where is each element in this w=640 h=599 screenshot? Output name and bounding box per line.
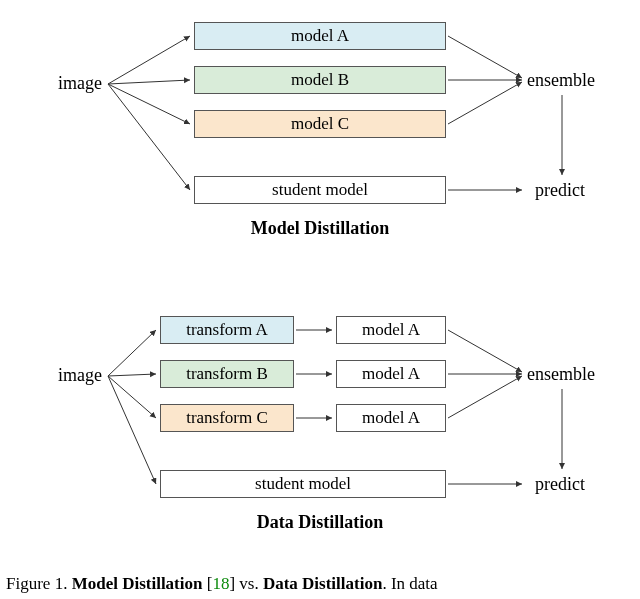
model-distillation-diagram: image model A model B model C student mo…: [0, 0, 640, 260]
ensemble-label: ensemble: [527, 70, 595, 91]
svg-line-16: [448, 330, 522, 372]
model-c-text: model C: [291, 114, 349, 134]
model-a2-text: model A: [362, 364, 420, 384]
svg-line-9: [108, 330, 156, 376]
caption-b1: Model Distillation: [72, 574, 203, 593]
svg-line-3: [108, 84, 190, 190]
transform-c-box: transform C: [160, 404, 294, 432]
model-a2-box: model A: [336, 360, 446, 388]
svg-line-12: [108, 376, 156, 484]
caption-pre: Figure 1.: [6, 574, 72, 593]
image-label: image: [58, 365, 102, 386]
transform-c-text: transform C: [186, 408, 268, 428]
transform-b-box: transform B: [160, 360, 294, 388]
svg-line-11: [108, 376, 156, 418]
svg-line-0: [108, 36, 190, 84]
model-b-box: model B: [194, 66, 446, 94]
caption-cite: 18: [212, 574, 229, 593]
student-model-box: student model: [194, 176, 446, 204]
model-a-text: model A: [291, 26, 349, 46]
model-a-box: model A: [194, 22, 446, 50]
predict-label: predict: [535, 474, 585, 495]
model-a3-text: model A: [362, 408, 420, 428]
model-c-box: model C: [194, 110, 446, 138]
transform-a-box: transform A: [160, 316, 294, 344]
student-model-text: student model: [272, 180, 368, 200]
model-a1-text: model A: [362, 320, 420, 340]
caption-post: ] vs.: [229, 574, 263, 593]
image-label: image: [58, 73, 102, 94]
model-a1-box: model A: [336, 316, 446, 344]
caption-tail: . In data: [382, 574, 437, 593]
svg-line-1: [108, 80, 190, 84]
caption-mid: [: [202, 574, 212, 593]
student-model-text: student model: [255, 474, 351, 494]
ensemble-label: ensemble: [527, 364, 595, 385]
transform-b-text: transform B: [186, 364, 268, 384]
svg-line-10: [108, 374, 156, 376]
svg-line-4: [448, 36, 522, 78]
predict-label: predict: [535, 180, 585, 201]
student-model-box: student model: [160, 470, 446, 498]
model-b-text: model B: [291, 70, 349, 90]
model-distillation-title: Model Distillation: [0, 218, 640, 239]
model-a3-box: model A: [336, 404, 446, 432]
svg-line-18: [448, 376, 522, 418]
data-distillation-title: Data Distillation: [0, 512, 640, 533]
data-distillation-diagram: image transform A transform B transform …: [0, 290, 640, 570]
figure-caption: Figure 1. Model Distillation [18] vs. Da…: [6, 574, 438, 594]
svg-line-2: [108, 84, 190, 124]
transform-a-text: transform A: [186, 320, 268, 340]
caption-b2: Data Distillation: [263, 574, 382, 593]
svg-line-6: [448, 82, 522, 124]
